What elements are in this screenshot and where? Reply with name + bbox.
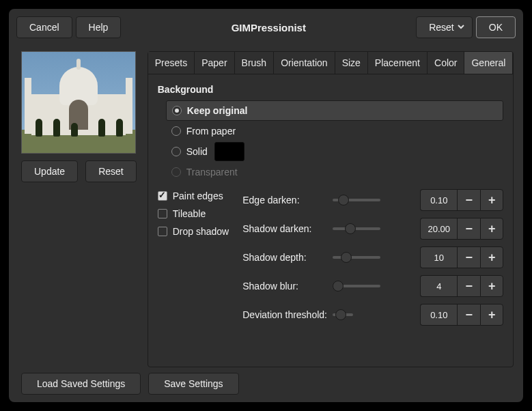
radio-solid[interactable]: Solid — [166, 141, 504, 162]
tab-presets[interactable]: Presets — [148, 52, 195, 74]
slider-label: Shadow blur: — [242, 281, 333, 292]
decrement-button[interactable]: − — [457, 246, 480, 268]
check-drop-shadow[interactable]: Drop shadow — [158, 226, 229, 237]
preview-image — [21, 51, 136, 154]
checkbox-label: Tileable — [173, 208, 206, 219]
checkbox-icon — [158, 191, 167, 201]
decrement-button[interactable]: − — [457, 304, 480, 326]
general-panel: Background Keep original From paper Soli… — [148, 74, 514, 367]
reset-label: Reset — [429, 22, 454, 33]
slider-thumb[interactable] — [335, 309, 346, 320]
ok-button[interactable]: OK — [476, 16, 516, 38]
slider-thumb[interactable] — [341, 252, 352, 263]
slider-value[interactable]: 20.00 — [420, 218, 457, 240]
radio-label: Keep original — [187, 105, 248, 116]
radio-keep-original[interactable]: Keep original — [166, 100, 504, 121]
radio-dot-icon — [171, 147, 181, 156]
slider-thumb[interactable] — [338, 195, 349, 206]
slider-track[interactable] — [333, 227, 380, 230]
footer: Load Saved Settings Save Settings — [16, 367, 516, 395]
radio-label: Solid — [186, 146, 208, 157]
tab-bar: Presets Paper Brush Orientation Size Pla… — [148, 52, 514, 74]
radio-dot-icon — [171, 126, 181, 136]
radio-from-paper[interactable]: From paper — [166, 121, 504, 141]
dialog-header: Cancel Help GIMPressionist Reset OK — [16, 16, 516, 38]
radio-transparent: Transparent — [166, 162, 504, 182]
slider-label: Edge darken: — [242, 195, 333, 206]
checkbox-group: Paint edges Tileable Drop shadow — [158, 189, 229, 326]
radio-dot-icon — [171, 167, 181, 177]
checkbox-icon — [158, 209, 167, 218]
increment-button[interactable]: + — [480, 275, 503, 297]
increment-button[interactable]: + — [480, 246, 503, 268]
slider-shadow-darken: Shadow darken: 20.00 − + — [242, 218, 503, 240]
slider-shadow-blur: Shadow blur: 4 − + — [242, 275, 503, 297]
radio-label: From paper — [186, 126, 236, 137]
dialog: Cancel Help GIMPressionist Reset OK — [9, 9, 523, 402]
slider-edge-darken: Edge darken: 0.10 − + — [242, 189, 503, 211]
cancel-button[interactable]: Cancel — [16, 16, 72, 38]
tab-size[interactable]: Size — [335, 52, 368, 74]
tab-placement[interactable]: Placement — [368, 52, 428, 74]
slider-value[interactable]: 0.10 — [420, 189, 457, 211]
increment-button[interactable]: + — [480, 189, 503, 211]
tab-color[interactable]: Color — [428, 52, 464, 74]
chevron-down-icon — [457, 22, 465, 33]
solid-color-swatch[interactable] — [214, 142, 244, 161]
slider-thumb[interactable] — [333, 281, 344, 292]
decrement-button[interactable]: − — [457, 275, 480, 297]
preview-column: Update Reset — [21, 51, 137, 367]
check-tileable[interactable]: Tileable — [158, 208, 229, 219]
dialog-title: GIMPressionist — [121, 22, 416, 33]
load-saved-settings-button[interactable]: Load Saved Settings — [21, 373, 141, 395]
checkbox-label: Paint edges — [173, 190, 223, 201]
tab-paper[interactable]: Paper — [195, 52, 234, 74]
tab-orientation[interactable]: Orientation — [274, 52, 335, 74]
slider-group: Edge darken: 0.10 − + Shadow darken: — [242, 189, 503, 326]
reset-dropdown-button[interactable]: Reset — [416, 16, 473, 38]
slider-deviation-threshold: Deviation threshold: 0.10 − + — [242, 304, 503, 326]
slider-track[interactable] — [333, 256, 380, 259]
checkbox-label: Drop shadow — [173, 226, 229, 237]
background-radio-group: Keep original From paper Solid Transpare… — [166, 100, 504, 182]
decrement-button[interactable]: − — [457, 218, 480, 240]
increment-button[interactable]: + — [480, 218, 503, 240]
tab-general[interactable]: General — [464, 52, 513, 74]
increment-button[interactable]: + — [480, 304, 503, 326]
preview-update-button[interactable]: Update — [21, 160, 78, 182]
check-paint-edges[interactable]: Paint edges — [158, 190, 229, 201]
slider-value[interactable]: 0.10 — [420, 304, 457, 326]
slider-shadow-depth: Shadow depth: 10 − + — [242, 246, 503, 268]
slider-label: Deviation threshold: — [242, 309, 333, 320]
slider-thumb[interactable] — [345, 223, 356, 234]
slider-value[interactable]: 10 — [420, 246, 457, 268]
slider-label: Shadow darken: — [242, 223, 333, 234]
help-button[interactable]: Help — [76, 16, 122, 38]
tab-brush[interactable]: Brush — [235, 52, 275, 74]
checkbox-icon — [158, 227, 167, 236]
slider-track[interactable] — [333, 285, 380, 287]
background-heading: Background — [158, 84, 504, 95]
radio-dot-icon — [172, 106, 182, 115]
preview-reset-button[interactable]: Reset — [85, 160, 137, 182]
save-settings-button[interactable]: Save Settings — [148, 373, 238, 395]
radio-label: Transparent — [186, 167, 238, 178]
settings-frame: Presets Paper Brush Orientation Size Pla… — [148, 51, 514, 367]
decrement-button[interactable]: − — [457, 189, 480, 211]
slider-track[interactable] — [333, 313, 353, 316]
slider-track[interactable] — [333, 199, 380, 201]
slider-value[interactable]: 4 — [420, 275, 457, 297]
slider-label: Shadow depth: — [242, 252, 333, 263]
content: Update Reset Presets Paper Brush Orienta… — [16, 46, 516, 367]
